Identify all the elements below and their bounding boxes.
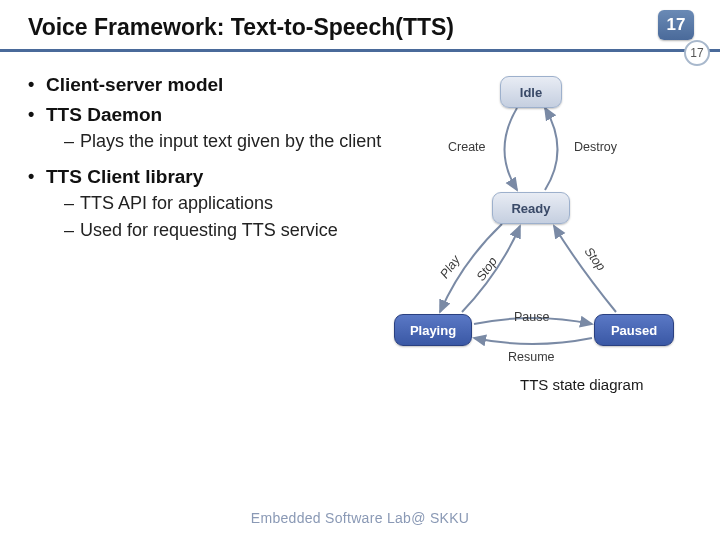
edge-label-create: Create (448, 140, 486, 154)
edge-label-destroy: Destroy (574, 140, 617, 154)
text-column: Client-server model TTS Daemon Plays the… (28, 72, 388, 392)
edge-label-stop: Stop (582, 245, 609, 274)
edge-label-stop: Stop (474, 254, 500, 283)
state-node-ready: Ready (492, 192, 570, 224)
edge-label-play: Play (437, 253, 463, 281)
state-node-idle: Idle (500, 76, 562, 108)
diagram-caption: TTS state diagram (520, 376, 643, 393)
state-node-paused: Paused (594, 314, 674, 346)
state-node-playing: Playing (394, 314, 472, 346)
slide-title: Voice Framework: Text-to-Speech(TTS) (28, 14, 692, 41)
edge-label-pause: Pause (514, 310, 549, 324)
bullet-item-label: TTS Client library (46, 166, 203, 187)
slide-header: Voice Framework: Text-to-Speech(TTS) (0, 0, 720, 52)
slide-footer: Embedded Software Lab@ SKKU (0, 510, 720, 526)
bullet-list: Client-server model TTS Daemon Plays the… (28, 72, 388, 242)
bullet-item: TTS Client library TTS API for applicati… (28, 164, 388, 242)
bullet-item: Client-server model (28, 72, 388, 98)
edge-label-resume: Resume (508, 350, 555, 364)
bullet-item-label: TTS Daemon (46, 104, 162, 125)
sub-bullet-item: TTS API for applications (46, 191, 388, 215)
diagram-column: Idle Ready Playing Paused Create Destroy… (388, 72, 700, 392)
sub-bullet-item: Plays the input text given by the client (46, 129, 388, 153)
bullet-item: TTS Daemon Plays the input text given by… (28, 102, 388, 154)
sub-bullet-list: Plays the input text given by the client (46, 129, 388, 153)
page-number-sub-badge: 17 (684, 40, 710, 66)
page-number-badge: 17 (658, 10, 694, 40)
state-diagram: Idle Ready Playing Paused Create Destroy… (392, 72, 682, 392)
slide-content: Client-server model TTS Daemon Plays the… (0, 52, 720, 392)
sub-bullet-list: TTS API for applications Used for reques… (46, 191, 388, 242)
sub-bullet-item: Used for requesting TTS service (46, 218, 388, 242)
